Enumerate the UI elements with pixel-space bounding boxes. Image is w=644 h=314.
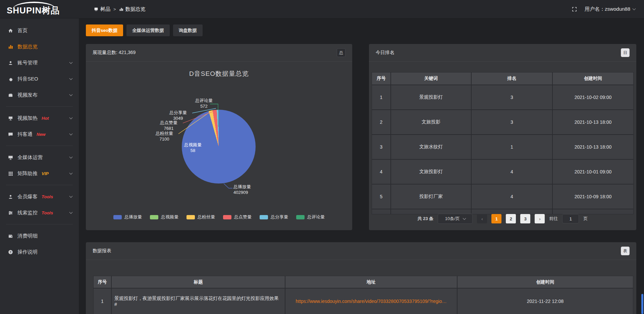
sidebar-item-lead-monitor[interactable]: 线索监控 Tools	[0, 205, 79, 221]
chevron-down-icon	[69, 60, 73, 64]
legend-item-fans[interactable]: 总粉丝量	[186, 214, 215, 220]
table-cell: 5	[372, 185, 390, 209]
sidebar-item-matrix-boost[interactable]: 矩阵助推 VIP	[0, 165, 79, 181]
impressions-total-label: 展现量总数: 421,369	[93, 50, 136, 56]
column-header: 排名	[472, 72, 552, 85]
page-button-2[interactable]: 2	[506, 214, 516, 223]
report-panel-title: 数据报表	[93, 248, 111, 254]
table-cell: 1	[472, 135, 552, 159]
video-url-link[interactable]: https://www.iesdouyin.com/share/video/70…	[296, 299, 447, 304]
table-cell: 文旅水纹灯	[391, 135, 471, 159]
table-cell: 投影灯厂家	[391, 185, 471, 209]
chevron-down-icon	[69, 194, 73, 198]
legend-item-likes[interactable]: 总点赞量	[223, 214, 252, 220]
sidebar-item-doukotong[interactable]: 抖客通 New	[0, 126, 79, 142]
today-ranking-panel: 今日排名 日 序号 关键词 排名 创建时间 1 景观投影灯 3 2021-10-…	[369, 44, 636, 230]
sidebar-divider	[6, 185, 73, 185]
day-badge-button[interactable]: 日	[621, 48, 630, 57]
legend-item-plays[interactable]: 总播放量	[113, 214, 142, 220]
sidebar-item-label: 操作说明	[17, 249, 38, 255]
breadcrumb: 树品 > 数据总览	[94, 6, 146, 12]
sidebar-item-data-overview[interactable]: 数据总览	[0, 39, 79, 55]
table-cell: 2	[372, 110, 390, 134]
sidebar-item-label: 首页	[17, 28, 28, 34]
gear-icon	[8, 76, 13, 82]
chevron-down-icon	[69, 210, 73, 214]
chevron-down-icon	[69, 132, 73, 135]
home-icon	[8, 28, 13, 33]
column-header: 标题	[112, 276, 285, 288]
tab-inquiry-data[interactable]: 询盘数据	[173, 24, 203, 36]
sliders-icon	[8, 210, 13, 215]
chevron-down-icon	[633, 7, 636, 10]
sidebar-item-video-heat[interactable]: 视频加热 Hot	[0, 110, 79, 126]
ranking-table: 序号 关键词 排名 创建时间 1 景观投影灯 3 2021-10-02 09:0…	[372, 72, 634, 214]
breadcrumb-item-current[interactable]: 数据总览	[119, 6, 146, 12]
next-page-button[interactable]: ›	[535, 214, 545, 223]
pagination-total: 共 23 条	[418, 216, 434, 222]
sidebar-item-omnimedia[interactable]: 全媒体运营	[0, 149, 79, 165]
chart-title: D音SEO数据量总览	[86, 69, 352, 78]
page-button-1[interactable]: 1	[491, 214, 501, 223]
topbar-right: 用户名：zswodun88	[572, 6, 644, 12]
tab-omnimedia-data[interactable]: 全媒体运营数据	[126, 24, 170, 36]
report-table: 序号 标题 地址 创建时间 1 景观投影灯，夜游景观投影灯厂家展示展示落花灯在花…	[93, 276, 633, 314]
sidebar-item-member-tools[interactable]: 会员爆客 Tools	[0, 189, 79, 205]
table-row-partial	[372, 209, 390, 214]
prev-page-button[interactable]: ‹	[477, 214, 487, 223]
column-header: 创建时间	[458, 276, 633, 288]
monitor-icon	[8, 155, 13, 160]
dashboard-icon	[94, 7, 98, 11]
column-header: 关键词	[391, 72, 471, 85]
table-cell: 文旅投影灯	[391, 160, 471, 184]
tools-badge: Tools	[42, 194, 53, 199]
breadcrumb-separator: >	[113, 7, 116, 12]
table-cell: 文旅投影	[391, 110, 471, 134]
sidebar-item-video-publish[interactable]: 视频发布	[0, 87, 79, 103]
table-row-partial	[553, 209, 633, 214]
data-report-panel: 数据报表 表 序号 标题 地址 创建时间 1 景观投影灯，夜游景观投影灯厂家展示…	[86, 242, 636, 314]
legend-item-videos[interactable]: 总视频量	[150, 214, 178, 220]
sidebar: 首页 数据总览 账号管理 抖音SEO 视频发布 视频加热 Hot 抖客通 New…	[0, 18, 79, 314]
goto-suffix: 页	[583, 216, 588, 222]
breadcrumb-item-home[interactable]: 树品	[94, 6, 110, 12]
sidebar-divider	[6, 146, 73, 146]
table-cell: 3	[472, 110, 552, 134]
legend-item-comments[interactable]: 总评论量	[296, 214, 325, 220]
pie-label-likes: 总点赞量7681	[155, 120, 182, 131]
sidebar-item-label: 矩阵助推	[17, 170, 38, 177]
sidebar-item-label: 视频发布	[17, 92, 38, 98]
page-button-3[interactable]: 3	[520, 214, 530, 223]
pie-label-shares: 总分享量3049	[165, 110, 192, 121]
pie-label-fans: 总粉丝量7100	[151, 130, 178, 142]
table-cell: 4	[472, 160, 552, 184]
sidebar-item-instructions[interactable]: ? 操作说明	[0, 244, 79, 260]
legend-item-shares[interactable]: 总分享量	[260, 214, 288, 220]
app-logo: SHUPIN树品	[0, 0, 84, 18]
table-cell: 4	[472, 185, 552, 209]
fullscreen-icon[interactable]	[572, 6, 577, 12]
sidebar-item-label: 账号管理	[17, 60, 38, 66]
total-badge-button[interactable]: 总	[337, 48, 345, 57]
sidebar-item-expense-detail[interactable]: 消费明细	[0, 228, 79, 244]
sidebar-item-label: 消费明细	[17, 233, 38, 239]
user-menu[interactable]: 用户名：zswodun88	[585, 6, 635, 12]
chevron-down-icon	[463, 216, 466, 220]
page-size-select[interactable]: 10条/页	[438, 214, 473, 224]
sidebar-item-home[interactable]: 首页	[0, 22, 79, 39]
sidebar-item-douyin-seo[interactable]: 抖音SEO	[0, 71, 79, 87]
table-cell: 2021-10-01 09:00	[553, 160, 633, 184]
breadcrumb-label: 树品	[100, 6, 110, 12]
tab-douyin-seo-data[interactable]: 抖音seo数据	[86, 24, 123, 36]
sidebar-item-account[interactable]: 账号管理	[0, 55, 79, 71]
goto-label: 前往	[549, 216, 558, 222]
video-title-cell: 景观投影灯，夜游景观投影灯厂家展示展示落花灯在花园里的灯光投影应用效果 #	[112, 289, 285, 314]
table-cell: 3	[472, 85, 552, 109]
chevron-down-icon	[69, 171, 73, 174]
goto-page-input[interactable]	[562, 214, 579, 223]
table-badge-button[interactable]: 表	[621, 247, 630, 255]
user-icon	[8, 60, 13, 65]
scrollbar-thumb[interactable]	[641, 294, 643, 314]
svg-text:?: ?	[10, 250, 11, 254]
topbar: SHUPIN树品 树品 > 数据总览 用户名：zswodun88	[0, 0, 644, 18]
